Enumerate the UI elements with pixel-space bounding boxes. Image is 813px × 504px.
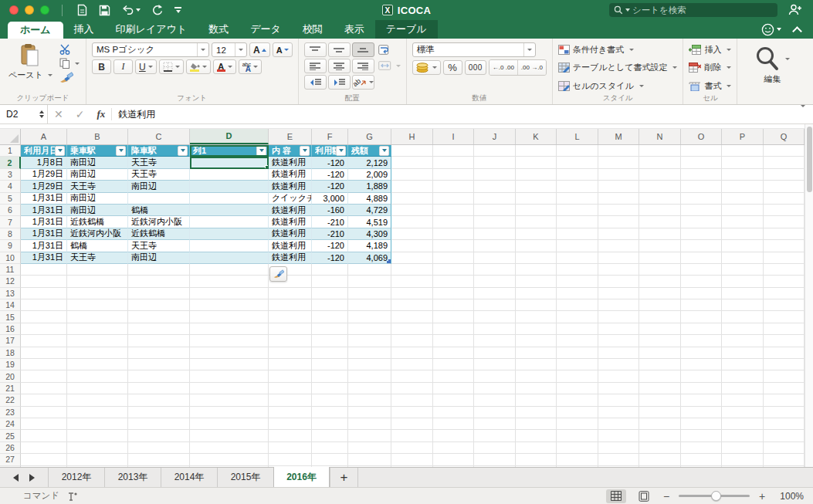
cell-N22[interactable] — [639, 394, 681, 406]
cell-B3[interactable]: 南田辺 — [67, 169, 128, 181]
filter-dropdown-icon[interactable] — [300, 146, 310, 156]
underline-button[interactable]: U — [135, 59, 157, 74]
cell-E13[interactable] — [269, 288, 312, 299]
cell-J8[interactable] — [474, 228, 516, 240]
cell-M13[interactable] — [598, 288, 639, 299]
filter-dropdown-icon[interactable] — [256, 146, 266, 156]
cell-H7[interactable] — [391, 216, 433, 228]
cell-F16[interactable] — [312, 323, 348, 335]
cell-P3[interactable] — [722, 169, 764, 181]
ribbon-tab-数式[interactable]: 数式 — [198, 20, 239, 39]
row-number-11[interactable]: 11 — [0, 264, 21, 276]
orientation-dropdown-icon[interactable] — [369, 81, 374, 83]
copy-button[interactable] — [59, 58, 80, 69]
cell-J1[interactable] — [474, 145, 516, 157]
cell-B12[interactable] — [67, 276, 128, 287]
cell-N24[interactable] — [639, 418, 681, 430]
vertical-scrollbar-thumb[interactable] — [807, 127, 812, 192]
row-number-19[interactable]: 19 — [0, 359, 21, 370]
cell-K22[interactable] — [516, 394, 557, 406]
cell-B17[interactable] — [67, 335, 128, 347]
cell-I25[interactable] — [433, 430, 474, 441]
cell-G8[interactable]: 4,309 — [348, 228, 391, 240]
cell-N13[interactable] — [639, 288, 681, 299]
cell-G3[interactable]: 2,009 — [348, 169, 391, 181]
redo-icon[interactable] — [151, 4, 164, 16]
cell-C19[interactable] — [128, 359, 190, 370]
cell-K12[interactable] — [516, 276, 557, 287]
phonetic-dropdown-icon[interactable] — [253, 66, 258, 68]
cell-F27[interactable] — [312, 454, 348, 465]
cell-J11[interactable] — [474, 264, 516, 276]
cell-O5[interactable] — [681, 193, 722, 205]
cell-P27[interactable] — [722, 454, 764, 465]
cell-J7[interactable] — [474, 216, 516, 228]
cell-M11[interactable] — [598, 264, 639, 276]
cell-Q23[interactable] — [764, 407, 805, 418]
cell-C3[interactable]: 天王寺 — [128, 169, 190, 181]
cell-G7[interactable]: 4,519 — [348, 216, 391, 228]
cell-Q14[interactable] — [764, 299, 805, 311]
cell-J14[interactable] — [474, 299, 516, 311]
cell-G5[interactable]: 4,889 — [348, 193, 391, 205]
share-people-icon[interactable] — [788, 4, 802, 15]
align-top-button[interactable] — [304, 42, 327, 57]
cell-N18[interactable] — [639, 347, 681, 359]
cell-G16[interactable] — [348, 323, 391, 335]
column-header-I[interactable]: I — [433, 129, 474, 144]
cell-F14[interactable] — [312, 299, 348, 311]
cell-E25[interactable] — [269, 430, 312, 441]
cell-O26[interactable] — [681, 442, 722, 454]
cell-B5[interactable]: 南田辺 — [67, 193, 128, 205]
filter-dropdown-icon[interactable] — [336, 146, 346, 156]
cell-G17[interactable] — [348, 335, 391, 347]
cell-F21[interactable] — [312, 383, 348, 394]
cell-H21[interactable] — [391, 383, 433, 394]
cell-J10[interactable] — [474, 252, 516, 264]
cell-M5[interactable] — [598, 193, 639, 205]
merge-cells-button[interactable] — [378, 61, 401, 70]
decrease-indent-button[interactable] — [304, 75, 327, 90]
cell-E22[interactable] — [269, 394, 312, 406]
cell-Q5[interactable] — [764, 193, 805, 205]
cell-C2[interactable]: 天王寺 — [128, 157, 190, 168]
filter-dropdown-icon[interactable] — [178, 146, 188, 156]
cell-B2[interactable]: 南田辺 — [67, 157, 128, 168]
cell-E15[interactable] — [269, 311, 312, 323]
cell-Q17[interactable] — [764, 335, 805, 347]
cell-J23[interactable] — [474, 407, 516, 418]
cell-H4[interactable] — [391, 181, 433, 192]
cell-O23[interactable] — [681, 407, 722, 418]
cell-F18[interactable] — [312, 347, 348, 359]
cell-K20[interactable] — [516, 370, 557, 382]
cell-F9[interactable]: -120 — [312, 240, 348, 252]
cell-G12[interactable] — [348, 276, 391, 287]
add-sheet-button[interactable]: + — [330, 468, 358, 487]
ribbon-tab-印刷レイアウト[interactable]: 印刷レイアウト — [105, 20, 198, 39]
cell-C12[interactable] — [128, 276, 190, 287]
row-number-1[interactable]: 1 — [0, 145, 21, 157]
toolbar-options-icon[interactable] — [174, 7, 181, 13]
cell-C9[interactable]: 天王寺 — [128, 240, 190, 252]
cell-B8[interactable]: 近鉄河内小阪 — [67, 228, 128, 240]
cell-F5[interactable]: 3,000 — [312, 193, 348, 205]
save-icon[interactable] — [99, 5, 110, 16]
ribbon-tab-テーブル[interactable]: テーブル — [375, 20, 438, 39]
cell-O14[interactable] — [681, 299, 722, 311]
search-scope-dropdown-icon[interactable] — [625, 8, 630, 12]
cell-J15[interactable] — [474, 311, 516, 323]
cell-D14[interactable] — [190, 299, 269, 311]
font-color-button[interactable]: A — [213, 59, 236, 74]
cell-C20[interactable] — [128, 370, 190, 382]
edit-dropdown-icon[interactable] — [785, 58, 790, 60]
increase-decimal-button[interactable]: ←.0 .00 — [489, 60, 518, 75]
cell-D3[interactable] — [190, 169, 269, 181]
cell-M20[interactable] — [598, 370, 639, 382]
cell-J24[interactable] — [474, 418, 516, 430]
column-header-B[interactable]: B — [67, 129, 128, 144]
cell-A3[interactable]: 1月29日 — [21, 169, 67, 181]
cell-P9[interactable] — [722, 240, 764, 252]
cell-B22[interactable] — [67, 394, 128, 406]
cell-G23[interactable] — [348, 407, 391, 418]
cell-C11[interactable] — [128, 264, 190, 276]
